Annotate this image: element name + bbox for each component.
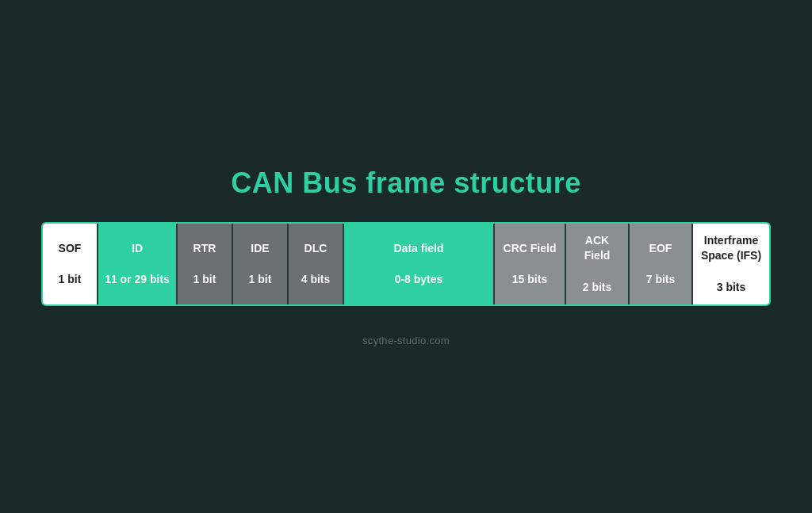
- cell-sublabel-ifs: 3 bits: [717, 280, 746, 296]
- cell-sublabel-crc: 15 bits: [512, 272, 547, 288]
- frame-cell-crc: CRC Field 15 bits: [495, 224, 566, 304]
- cell-sublabel-data: 0-8 bytes: [395, 272, 443, 288]
- watermark: scythe-studio.com: [362, 335, 450, 346]
- cell-label-eof: EOF: [649, 241, 672, 257]
- cell-sublabel-sof: 1 bit: [59, 272, 82, 288]
- frame-cell-rtr: RTR 1 bit: [178, 224, 233, 304]
- frame-cell-ifs: Interframe Space (IFS) 3 bits: [693, 224, 769, 304]
- can-frame-diagram: SOF 1 bitID 11 or 29 bitsRTR 1 bitIDE 1 …: [41, 222, 771, 306]
- frame-cell-ack: ACK Field 2 bits: [566, 224, 630, 304]
- cell-label-sof: SOF: [59, 241, 82, 257]
- cell-sublabel-dlc: 4 bits: [301, 272, 331, 288]
- cell-sublabel-id: 11 or 29 bits: [105, 272, 170, 288]
- frame-row: SOF 1 bitID 11 or 29 bitsRTR 1 bitIDE 1 …: [43, 224, 769, 304]
- cell-label-ide: IDE: [251, 241, 269, 257]
- frame-cell-dlc: DLC 4 bits: [289, 224, 344, 304]
- page-title: CAN Bus frame structure: [231, 167, 581, 200]
- cell-sublabel-eof: 7 bits: [646, 272, 676, 288]
- frame-cell-eof: EOF 7 bits: [630, 224, 693, 304]
- cell-sublabel-rtr: 1 bit: [193, 272, 216, 288]
- frame-cell-ide: IDE 1 bit: [233, 224, 289, 304]
- frame-cell-id: ID 11 or 29 bits: [98, 224, 178, 304]
- cell-label-id: ID: [132, 241, 143, 257]
- frame-cell-data: Data field 0-8 bytes: [344, 224, 495, 304]
- cell-label-dlc: DLC: [304, 241, 327, 257]
- cell-label-rtr: RTR: [193, 241, 216, 257]
- cell-sublabel-ide: 1 bit: [249, 272, 272, 288]
- cell-label-ifs: Interframe Space (IFS): [699, 233, 763, 264]
- frame-cell-sof: SOF 1 bit: [43, 224, 98, 304]
- cell-label-ack: ACK Field: [573, 233, 622, 264]
- cell-sublabel-ack: 2 bits: [583, 280, 612, 296]
- cell-label-data: Data field: [393, 241, 443, 257]
- cell-label-crc: CRC Field: [504, 241, 557, 257]
